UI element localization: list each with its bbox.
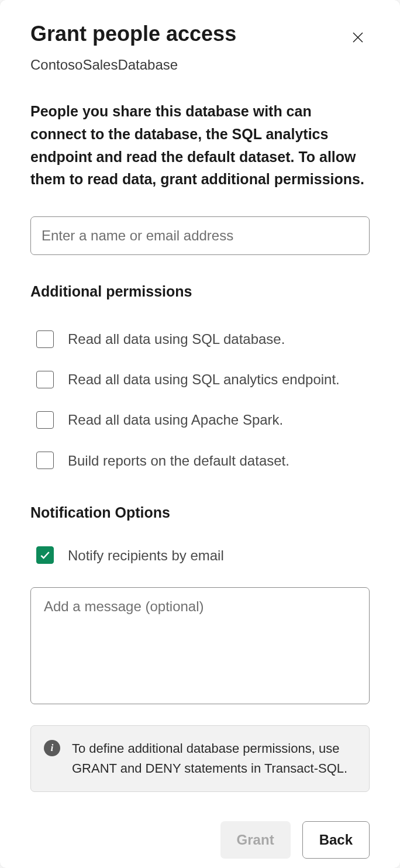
grant-access-dialog: Grant people access ContosoSalesDatabase… [0,0,400,868]
permission-checkbox-reports[interactable] [36,452,54,469]
grant-button[interactable]: Grant [220,821,291,859]
permission-label: Build reports on the default dataset. [68,450,289,471]
permission-checkbox-sql-db[interactable] [36,330,54,348]
permission-checkbox-sql-analytics[interactable] [36,371,54,388]
back-button[interactable]: Back [302,821,370,859]
permissions-list: Read all data using SQL database. Read a… [30,319,370,481]
close-button[interactable] [346,26,370,51]
check-icon [39,549,51,561]
message-textarea[interactable] [30,587,370,704]
dialog-description: People you share this database with can … [30,100,370,191]
notify-checkbox[interactable] [36,546,54,564]
dialog-footer: Grant Back [30,821,370,859]
recipient-input[interactable] [30,216,370,255]
permission-item: Read all data using SQL database. [30,319,370,359]
permission-checkbox-spark[interactable] [36,411,54,429]
permission-label: Read all data using SQL database. [68,328,285,350]
info-icon: i [44,740,60,756]
info-banner: i To define additional database permissi… [30,725,370,792]
close-icon [351,30,365,44]
additional-permissions-heading: Additional permissions [30,283,370,300]
dialog-header: Grant people access [30,22,370,51]
permission-item: Read all data using Apache Spark. [30,399,370,440]
permission-label: Read all data using SQL analytics endpoi… [68,368,340,390]
permission-item: Build reports on the default dataset. [30,440,370,481]
notify-row: Notify recipients by email [30,535,370,576]
notification-options-heading: Notification Options [30,504,370,521]
info-text: To define additional database permission… [72,739,356,779]
notify-label: Notify recipients by email [68,545,224,566]
permission-label: Read all data using Apache Spark. [68,409,283,430]
dialog-subtitle: ContosoSalesDatabase [30,57,370,73]
dialog-title: Grant people access [30,22,236,46]
permission-item: Read all data using SQL analytics endpoi… [30,359,370,399]
